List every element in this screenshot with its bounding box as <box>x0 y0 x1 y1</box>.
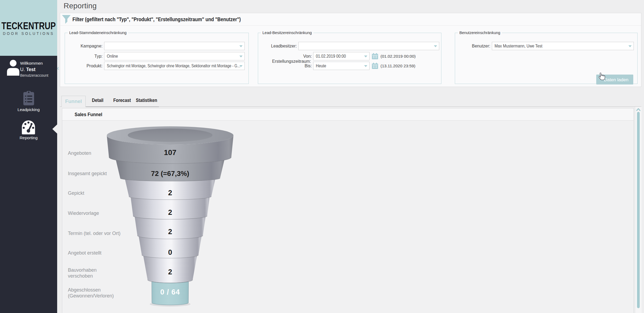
stage-label: Angebot erstellt <box>68 246 122 259</box>
stage-value: 2 <box>168 228 172 236</box>
bis-hint: (13.11.2020 23:59) <box>380 63 415 69</box>
app-window: TECKENTRUP DOOR SOLUTIONS Willkommen U. … <box>0 0 644 313</box>
stage-label: Wiedervorlage <box>68 207 122 220</box>
benutzer-select[interactable]: Max Mustermann, Uwe Test <box>492 42 634 50</box>
stage-label: Insgesamt gepickt <box>68 167 122 180</box>
sidebar-item-label: Reporting <box>0 135 57 140</box>
typ-select[interactable]: Online <box>104 52 245 60</box>
stage-label: Angeboten <box>68 147 122 160</box>
von-label: Von: <box>298 52 312 60</box>
bis-value: Heute <box>316 62 326 70</box>
logo-brand-subtitle: DOOR SOLUTIONS <box>0 31 66 36</box>
chevron-down-icon[interactable] <box>239 56 243 57</box>
active-nav-indicator <box>52 124 57 134</box>
von-value: 01.02.2019 00:00 <box>316 52 346 60</box>
user-account-block[interactable]: Willkommen U. Test Benutzeraccount <box>0 58 57 80</box>
sidebar-item-label: Leadpicking <box>0 107 57 112</box>
benutzer-value: Max Mustermann, Uwe Test <box>495 42 542 50</box>
produkt-select[interactable]: Schwingtor mit Montage, Schwingtor ohne … <box>104 62 245 70</box>
tab-forecast[interactable]: Forecast <box>113 97 131 103</box>
stage-value: 107 <box>164 148 177 157</box>
mouse-cursor-pointer <box>597 73 606 83</box>
stage-value: 2 <box>168 208 172 216</box>
leadbesitzer-select[interactable] <box>298 42 439 50</box>
tab-funnel[interactable]: Funnel <box>61 96 86 107</box>
leadbesitzer-label: Leadbesitzer: <box>258 42 297 50</box>
filter-funnel-icon <box>62 15 71 24</box>
brand-logo: TECKENTRUP DOOR SOLUTIONS <box>0 0 57 56</box>
fieldset-lead-besitzer: Lead-Besitzereinschränkung Leadbesitzer:… <box>258 31 441 84</box>
stage-value: 2 <box>168 189 172 197</box>
stage-label: Abgeschlossen (Gewonnen/Verloren) <box>68 286 122 299</box>
fieldset-benutzer: Benutzereinschränkung Benutzer: Max Must… <box>455 31 638 84</box>
stage-value: 2 <box>168 268 172 276</box>
stage-label: Gepickt <box>68 187 122 200</box>
produkt-label: Produkt: <box>65 62 103 70</box>
chevron-down-icon[interactable] <box>239 45 243 47</box>
fieldset-legend: Benutzereinschränkung <box>458 31 502 35</box>
sidebar: TECKENTRUP DOOR SOLUTIONS Willkommen U. … <box>0 0 57 313</box>
typ-label: Typ: <box>65 52 103 60</box>
filter-title: Filter (gefiltert nach "Typ", "Produkt",… <box>72 16 241 23</box>
sales-funnel-title: Sales Funnel <box>75 112 102 117</box>
user-initial: U. <box>20 67 25 72</box>
user-greeting: Willkommen <box>20 61 43 66</box>
user-avatar-icon <box>6 60 20 76</box>
tab-statistiken[interactable]: Statistiken <box>136 97 157 103</box>
stage-value: 0 / 64 <box>160 288 180 296</box>
user-account-label: Benutzeraccount <box>20 73 48 78</box>
chevron-down-icon[interactable] <box>364 65 367 67</box>
stage-value: 0 <box>168 248 172 256</box>
sidebar-item-leadpicking[interactable]: Leadpicking <box>0 89 57 112</box>
stage-value: 72 (=67,3%) <box>151 170 189 178</box>
sidebar-item-reporting[interactable]: Reporting <box>0 118 57 141</box>
benutzer-label: Benutzer: <box>455 42 490 50</box>
user-lastname: Test <box>26 67 35 72</box>
kampagne-label: Kampagne: <box>65 42 103 50</box>
calendar-icon[interactable] <box>372 53 378 59</box>
typ-value: Online <box>107 52 118 60</box>
von-hint: (01.02.2019 00:00) <box>380 53 416 59</box>
bis-label: Bis: <box>298 62 312 70</box>
sales-funnel-header: Sales Funnel <box>62 108 634 121</box>
chevron-up-icon[interactable] <box>636 108 641 111</box>
chevron-down-icon[interactable] <box>364 56 367 57</box>
sales-funnel-chart: 107 72 (=67,3%) 2 2 2 0 2 0 / 64 <box>102 122 241 313</box>
kampagne-select[interactable] <box>104 42 245 50</box>
stage-label: Termin (tel. oder vor Ort) <box>68 227 122 240</box>
filter-header: Filter (gefiltert nach "Typ", "Produkt",… <box>60 13 641 26</box>
user-name: U. Test <box>20 67 35 72</box>
fieldset-legend: Lead-Besitzereinschränkung <box>261 31 313 35</box>
chevron-down-icon[interactable] <box>239 65 243 67</box>
logo-brand-name: TECKENTRUP <box>0 20 62 32</box>
stage-label: Bauvorhaben verschoben <box>68 267 122 279</box>
fieldset-legend: Lead-Stammdateneinschränkung <box>68 31 128 35</box>
clipboard-list-icon <box>23 91 34 105</box>
vertical-scrollbar[interactable] <box>635 107 642 313</box>
funnel-stage-angeboten[interactable] <box>107 126 233 164</box>
von-date-select[interactable]: 01.02.2019 00:00 <box>313 52 369 60</box>
gauge-icon <box>21 120 35 134</box>
page-title: Reporting <box>64 2 97 10</box>
tab-detail[interactable]: Detail <box>92 97 104 103</box>
produkt-value: Schwingtor mit Montage, Schwingtor ohne … <box>107 62 240 70</box>
bis-date-select[interactable]: Heute <box>313 62 369 70</box>
scrollbar-thumb[interactable] <box>637 112 640 308</box>
fieldset-lead-stammdaten: Lead-Stammdateneinschränkung Kampagne: T… <box>65 31 249 84</box>
calendar-icon[interactable] <box>372 63 378 69</box>
chevron-down-icon[interactable] <box>434 45 437 47</box>
filter-panel: Filter (gefiltert nach "Typ", "Produkt",… <box>60 13 641 87</box>
chevron-down-icon[interactable] <box>628 45 632 47</box>
tabstrip-line-dark <box>86 106 159 107</box>
